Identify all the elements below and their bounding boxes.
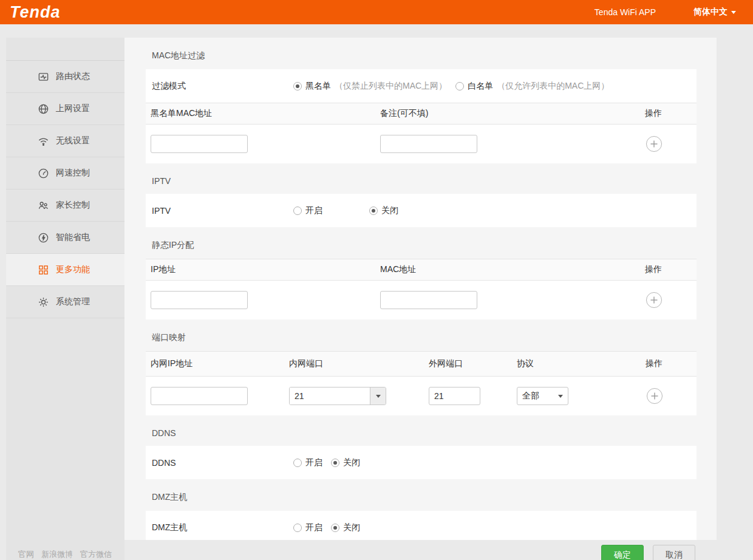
external-port-input[interactable] bbox=[429, 387, 480, 405]
protocol-select[interactable]: 全部 bbox=[517, 387, 568, 405]
section-title-port-mapping: 端口映射 bbox=[146, 319, 697, 351]
add-port-mapping-button[interactable] bbox=[647, 388, 663, 404]
radio-unchecked-icon bbox=[455, 82, 464, 90]
plus-icon bbox=[650, 140, 658, 148]
sidebar: 路由状态 上网设置 无线设置 网速控制 家长控制 智能省电 更多功能 bbox=[6, 38, 124, 560]
sidebar-item-system-management[interactable]: 系统管理 bbox=[6, 286, 124, 318]
static-ip-table-header: IP地址 MAC地址 操作 bbox=[146, 259, 697, 281]
router-status-icon bbox=[38, 71, 49, 83]
iptv-off-radio[interactable]: 关闭 bbox=[369, 205, 398, 216]
sidebar-item-label: 系统管理 bbox=[56, 296, 90, 307]
chevron-down-icon bbox=[376, 395, 381, 398]
radio-checked-icon bbox=[369, 207, 378, 215]
sidebar-item-more-features[interactable]: 更多功能 bbox=[6, 254, 124, 286]
radio-checked-icon bbox=[293, 82, 302, 90]
protocol-value: 全部 bbox=[522, 391, 539, 401]
gear-icon bbox=[38, 296, 49, 308]
note-input[interactable] bbox=[380, 135, 477, 153]
section-title-iptv: IPTV bbox=[146, 163, 697, 194]
ok-button[interactable]: 确定 bbox=[601, 545, 644, 560]
sidebar-item-label: 无线设置 bbox=[56, 135, 90, 146]
language-selector[interactable]: 简体中文 bbox=[693, 7, 736, 18]
mac-filter-panel: 过滤模式 黑名单 （仅禁止列表中的MAC上网） 白名单 （仅允许列表中的MAC上… bbox=[146, 69, 697, 163]
blacklist-mac-input[interactable] bbox=[151, 135, 248, 153]
column-header-action: 操作 bbox=[645, 264, 692, 275]
official-site-link[interactable]: 官网 bbox=[18, 549, 34, 560]
sidebar-item-parental-control[interactable]: 家长控制 bbox=[6, 190, 124, 222]
family-icon bbox=[38, 200, 49, 211]
wechat-link[interactable]: 官方微信 bbox=[80, 549, 112, 560]
static-ip-input[interactable] bbox=[151, 291, 248, 309]
sidebar-item-label: 上网设置 bbox=[56, 103, 90, 114]
whitelist-radio[interactable]: 白名单 （仅允许列表中的MAC上网） bbox=[455, 81, 609, 92]
mac-filter-input-row bbox=[146, 125, 697, 163]
section-title-mac-filter: MAC地址过滤 bbox=[146, 38, 697, 69]
dmz-off-radio[interactable]: 关闭 bbox=[331, 522, 360, 533]
internal-port-combo bbox=[289, 387, 386, 405]
iptv-row: IPTV 开启 关闭 bbox=[146, 194, 697, 227]
column-header-mac: 黑名单MAC地址 bbox=[151, 108, 380, 119]
blacklist-radio[interactable]: 黑名单 （仅禁止列表中的MAC上网） bbox=[293, 81, 447, 92]
main-content: MAC地址过滤 过滤模式 黑名单 （仅禁止列表中的MAC上网） 白名单 （仅允许… bbox=[124, 38, 717, 540]
action-bar: 确定 取消 bbox=[601, 545, 695, 560]
port-mapping-input-row: 全部 bbox=[146, 377, 697, 415]
add-static-ip-button[interactable] bbox=[646, 292, 662, 308]
speed-gauge-icon bbox=[38, 168, 49, 179]
tenda-logo: Tenda bbox=[10, 0, 61, 24]
weibo-link[interactable]: 新浪微博 bbox=[41, 549, 73, 560]
dmz-on-radio[interactable]: 开启 bbox=[293, 522, 322, 533]
radio-unchecked-icon bbox=[293, 207, 302, 215]
grid-icon bbox=[38, 264, 49, 276]
iptv-label: IPTV bbox=[151, 206, 293, 216]
static-ip-panel: IP地址 MAC地址 操作 bbox=[146, 259, 697, 319]
section-title-static-ip: 静态IP分配 bbox=[146, 227, 697, 259]
sidebar-item-power-saving[interactable]: 智能省电 bbox=[6, 222, 124, 254]
sidebar-item-label: 智能省电 bbox=[56, 232, 90, 243]
column-header-note: 备注(可不填) bbox=[380, 108, 645, 119]
wifi-icon bbox=[38, 135, 49, 147]
radio-unchecked-icon bbox=[293, 524, 302, 532]
sidebar-item-router-status[interactable]: 路由状态 bbox=[6, 61, 124, 93]
internal-port-dropdown-button[interactable] bbox=[370, 388, 386, 405]
column-header-action: 操作 bbox=[646, 358, 692, 369]
mac-filter-table-header: 黑名单MAC地址 备注(可不填) 操作 bbox=[146, 103, 697, 125]
radio-unchecked-icon bbox=[293, 459, 302, 467]
section-title-dmz: DMZ主机 bbox=[146, 479, 697, 511]
column-header-protocol: 协议 bbox=[517, 358, 646, 369]
iptv-on-radio[interactable]: 开启 bbox=[293, 205, 322, 216]
sidebar-item-label: 路由状态 bbox=[56, 71, 90, 82]
column-header-external-port: 外网端口 bbox=[429, 358, 517, 369]
chevron-down-icon bbox=[558, 395, 563, 398]
sidebar-item-internet-settings[interactable]: 上网设置 bbox=[6, 93, 124, 125]
footer-links: 官网 新浪微博 官方微信 bbox=[18, 549, 112, 560]
section-title-ddns: DDNS bbox=[146, 415, 697, 446]
wifi-app-link[interactable]: Tenda WiFi APP bbox=[595, 7, 656, 17]
internal-ip-input[interactable] bbox=[151, 387, 248, 405]
sidebar-item-label: 网速控制 bbox=[56, 168, 90, 179]
top-bar: Tenda Tenda WiFi APP 简体中文 bbox=[0, 0, 753, 24]
globe-icon bbox=[38, 103, 49, 115]
filter-mode-label: 过滤模式 bbox=[151, 81, 293, 92]
sidebar-item-wireless-settings[interactable]: 无线设置 bbox=[6, 125, 124, 157]
sidebar-item-label: 家长控制 bbox=[56, 200, 90, 211]
internal-port-input[interactable] bbox=[290, 388, 370, 405]
chevron-down-icon bbox=[731, 11, 736, 14]
sidebar-item-speed-control[interactable]: 网速控制 bbox=[6, 157, 124, 190]
column-header-mac: MAC地址 bbox=[380, 264, 645, 275]
language-label: 简体中文 bbox=[693, 7, 727, 18]
static-mac-input[interactable] bbox=[380, 291, 477, 309]
ddns-on-radio[interactable]: 开启 bbox=[293, 457, 322, 468]
ddns-off-radio[interactable]: 关闭 bbox=[331, 457, 360, 468]
dmz-label: DMZ主机 bbox=[151, 522, 293, 533]
radio-checked-icon bbox=[331, 459, 339, 467]
plus-icon bbox=[650, 392, 659, 400]
ddns-row: DDNS 开启 关闭 bbox=[146, 446, 697, 479]
ddns-label: DDNS bbox=[151, 458, 293, 468]
static-ip-input-row bbox=[146, 281, 697, 319]
ddns-panel: DDNS 开启 关闭 bbox=[146, 446, 697, 479]
iptv-panel: IPTV 开启 关闭 bbox=[146, 194, 697, 227]
cancel-button[interactable]: 取消 bbox=[653, 545, 695, 560]
add-mac-filter-button[interactable] bbox=[646, 136, 662, 152]
sidebar-spacer bbox=[6, 38, 124, 61]
dmz-row: DMZ主机 开启 关闭 bbox=[146, 511, 697, 540]
